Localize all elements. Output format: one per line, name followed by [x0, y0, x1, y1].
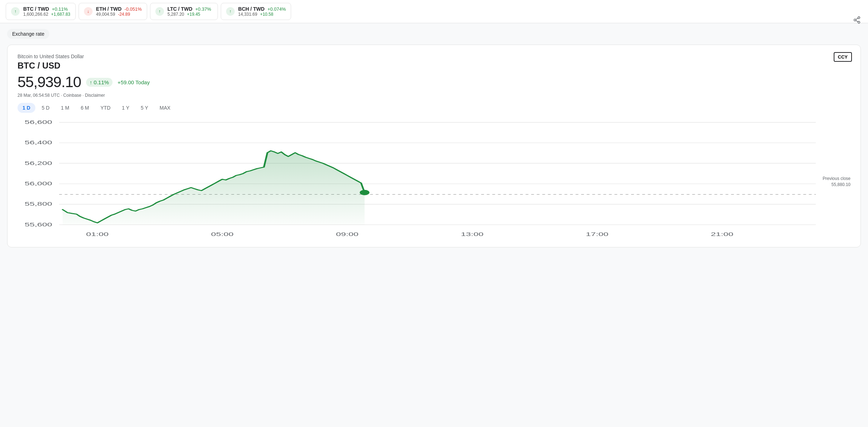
svg-text:55,600: 55,600 — [25, 222, 52, 227]
chart-card: CCY Bitcoin to United States Dollar BTC … — [7, 45, 861, 247]
svg-text:56,400: 56,400 — [25, 140, 52, 145]
ticker-arrow-0: ↑ — [11, 7, 20, 16]
svg-text:56,600: 56,600 — [25, 120, 52, 125]
ticker-bar: ↑BTC / TWD+0.11%1,600,266.62+1,687.83↓ET… — [0, 0, 868, 23]
time-tab-ytd[interactable]: YTD — [95, 103, 115, 113]
ticker-price-0: 1,600,266.62 — [23, 12, 48, 17]
svg-text:01:00: 01:00 — [86, 232, 109, 237]
svg-text:55,800: 55,800 — [25, 201, 52, 207]
change-pct: 0.11% — [94, 79, 109, 85]
previous-close-label: Previous close 55,880.10 — [823, 176, 850, 188]
ticker-2[interactable]: ↑LTC / TWD+0.37%5,287.20+19.45 — [150, 3, 218, 20]
svg-text:13:00: 13:00 — [461, 232, 483, 237]
main-price: 55,939.10 — [18, 74, 81, 91]
change-badge: ↑ 0.11% — [86, 78, 113, 87]
ticker-change-abs-3: +10.58 — [260, 12, 273, 17]
svg-text:21:00: 21:00 — [711, 232, 733, 237]
time-tabs: 1 D5 D1 M6 MYTD1 Y5 YMAX — [18, 103, 850, 113]
svg-text:56,200: 56,200 — [25, 160, 52, 166]
ticker-1[interactable]: ↓ETH / TWD-0.051%49,004.59-24.89 — [79, 3, 147, 20]
time-tab-1-d[interactable]: 1 D — [18, 103, 35, 113]
ticker-pair-3: BCH / TWD — [238, 6, 265, 12]
chart-area: 56,600 56,400 56,200 56,000 55,800 55,60… — [18, 119, 850, 240]
ticker-change-pct-0: +0.11% — [52, 6, 68, 12]
ticker-arrow-3: ↑ — [226, 7, 235, 16]
time-tab-6-m[interactable]: 6 M — [76, 103, 94, 113]
svg-text:09:00: 09:00 — [336, 232, 358, 237]
ticker-pair-0: BTC / TWD — [23, 6, 49, 12]
pair-title: BTC / USD — [18, 61, 850, 71]
svg-line-4 — [856, 18, 858, 20]
ticker-info-3: BCH / TWD+0.074%14,331.69+10.58 — [238, 6, 286, 17]
up-arrow-icon: ↑ — [90, 79, 93, 85]
price-row: 55,939.10 ↑ 0.11% +59.00 Today — [18, 74, 850, 91]
svg-text:56,000: 56,000 — [25, 181, 52, 186]
ticker-change-abs-0: +1,687.83 — [51, 12, 70, 17]
ticker-3[interactable]: ↑BCH / TWD+0.074%14,331.69+10.58 — [221, 3, 291, 20]
ticker-pair-1: ETH / TWD — [96, 6, 122, 12]
pair-subtitle: Bitcoin to United States Dollar — [18, 54, 850, 59]
ticker-price-3: 14,331.69 — [238, 12, 257, 17]
ccy-button[interactable]: CCY — [834, 52, 852, 62]
time-tab-1-m[interactable]: 1 M — [56, 103, 74, 113]
ticker-0[interactable]: ↑BTC / TWD+0.11%1,600,266.62+1,687.83 — [6, 3, 76, 20]
time-tab-5-y[interactable]: 5 Y — [136, 103, 153, 113]
svg-text:05:00: 05:00 — [211, 232, 234, 237]
main-content: Exchange rate CCY Bitcoin to United Stat… — [0, 23, 868, 253]
ticker-price-1: 49,004.59 — [96, 12, 115, 17]
ticker-change-pct-2: +0.37% — [195, 6, 211, 12]
ticker-arrow-2: ↑ — [155, 7, 164, 16]
svg-point-24 — [360, 190, 369, 195]
svg-line-3 — [856, 20, 858, 22]
time-tab-1-y[interactable]: 1 Y — [117, 103, 134, 113]
data-source: 28 Mar, 06:54:58 UTC · Coinbase · Discla… — [18, 93, 850, 98]
ticker-info-1: ETH / TWD-0.051%49,004.59-24.89 — [96, 6, 142, 17]
ticker-change-pct-3: +0.074% — [268, 6, 286, 12]
ticker-price-2: 5,287.20 — [168, 12, 184, 17]
change-today: +59.00 Today — [118, 79, 150, 85]
ticker-info-0: BTC / TWD+0.11%1,600,266.62+1,687.83 — [23, 6, 70, 17]
ticker-change-abs-1: -24.89 — [118, 12, 130, 17]
time-tab-5-d[interactable]: 5 D — [37, 103, 55, 113]
svg-text:17:00: 17:00 — [586, 232, 608, 237]
ticker-info-2: LTC / TWD+0.37%5,287.20+19.45 — [168, 6, 211, 17]
exchange-rate-label[interactable]: Exchange rate — [7, 29, 49, 39]
ticker-change-abs-2: +19.45 — [187, 12, 200, 17]
ticker-arrow-1: ↓ — [84, 7, 93, 16]
share-button[interactable] — [853, 16, 861, 26]
ticker-change-pct-1: -0.051% — [124, 6, 141, 12]
price-chart-svg: 56,600 56,400 56,200 56,000 55,800 55,60… — [18, 119, 850, 240]
ticker-pair-2: LTC / TWD — [168, 6, 193, 12]
time-tab-max[interactable]: MAX — [155, 103, 175, 113]
